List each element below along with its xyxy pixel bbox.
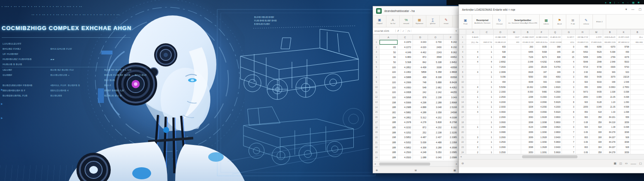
- cell[interactable]: [466, 80, 480, 85]
- cell[interactable]: 3.9800: [548, 115, 562, 120]
- cell[interactable]: [507, 69, 521, 75]
- row-number[interactable]: 2: [374, 45, 380, 50]
- cell[interactable]: 4.5882: [398, 110, 413, 115]
- cell[interactable]: [507, 84, 521, 90]
- cell[interactable]: 2.2358: [443, 140, 459, 145]
- row-number[interactable]: 21: [374, 140, 380, 145]
- cell[interactable]: 068: [548, 45, 562, 50]
- row-number[interactable]: 7: [374, 70, 380, 75]
- cell[interactable]: 908: [617, 145, 631, 150]
- cell[interactable]: 5473: [576, 90, 589, 95]
- cell[interactable]: 872: [413, 125, 428, 130]
- cell[interactable]: 4.098: [617, 95, 631, 100]
- cell[interactable]: 8.338: [428, 75, 444, 80]
- column-header[interactable]: K: [617, 30, 631, 35]
- cell[interactable]: 5629: [589, 50, 603, 55]
- cell[interactable]: 8: [562, 100, 576, 105]
- cell[interactable]: 4.288: [413, 110, 428, 115]
- row-number[interactable]: 23: [459, 145, 466, 150]
- cell[interactable]: [631, 105, 644, 110]
- cancel-icon[interactable]: ✗: [396, 29, 401, 32]
- cell[interactable]: 3098: [521, 145, 535, 150]
- cell[interactable]: 2.3235: [443, 130, 459, 135]
- cell[interactable]: 4.487: [413, 135, 428, 140]
- cell[interactable]: 2.8968: [443, 100, 459, 105]
- cell[interactable]: 3.2500: [493, 140, 507, 145]
- cell[interactable]: [507, 60, 521, 65]
- cell[interactable]: 5.9600: [548, 150, 562, 154]
- cell[interactable]: 548: [413, 85, 428, 90]
- cell[interactable]: 903: [576, 100, 589, 105]
- column-header[interactable]: M: [589, 30, 603, 35]
- cell[interactable]: 5.5090: [493, 84, 507, 90]
- cell[interactable]: 1: [480, 75, 493, 80]
- cell[interactable]: EB-H89-155N: [603, 39, 617, 45]
- row-number[interactable]: 11: [374, 90, 380, 95]
- cell[interactable]: 308: [589, 135, 603, 140]
- left-h-scrollbar[interactable]: ◂ ▸: [373, 161, 459, 166]
- cell[interactable]: 1.3098: [535, 120, 548, 125]
- column-header[interactable]: A: [466, 30, 480, 35]
- cell[interactable]: 5439: [589, 75, 603, 80]
- cell[interactable]: [507, 50, 521, 55]
- cell[interactable]: 100: [380, 85, 398, 90]
- cell[interactable]: 1.20: [603, 100, 617, 105]
- cell[interactable]: [466, 130, 480, 135]
- cell[interactable]: [507, 80, 521, 85]
- cell[interactable]: 1: [466, 95, 480, 100]
- cell[interactable]: 893: [576, 75, 589, 80]
- cell[interactable]: 7: [562, 120, 576, 125]
- cell[interactable]: 3098: [617, 130, 631, 135]
- cell[interactable]: 188: [380, 155, 398, 160]
- cell[interactable]: 4.0950: [398, 85, 413, 90]
- cell[interactable]: 5.312: [413, 115, 428, 120]
- cell[interactable]: [631, 90, 644, 95]
- cell[interactable]: 5.9020: [548, 110, 562, 115]
- cell[interactable]: 949: [603, 69, 617, 75]
- row-number[interactable]: 17: [374, 120, 380, 125]
- cell[interactable]: 6058: [521, 110, 535, 115]
- row-number[interactable]: 22: [374, 145, 380, 150]
- cell[interactable]: 4.0990: [535, 100, 548, 105]
- cell[interactable]: 3099: [521, 130, 535, 135]
- cell[interactable]: 508: [493, 50, 507, 55]
- row-number[interactable]: 24: [374, 155, 380, 160]
- cell[interactable]: 2.437: [428, 135, 444, 140]
- cell[interactable]: 3098: [521, 120, 535, 125]
- cell[interactable]: 4.2090: [535, 105, 548, 110]
- taskbar-icon[interactable]: ■: [610, 1, 611, 4]
- cell[interactable]: 3.0900: [493, 120, 507, 125]
- column-header[interactable]: B: [631, 30, 644, 35]
- scroll-left-icon[interactable]: ◂: [374, 162, 376, 166]
- cell[interactable]: 4.232: [428, 125, 444, 130]
- right-h-scrollbar[interactable]: ◂: [459, 154, 644, 159]
- column-header[interactable]: O: [428, 35, 444, 40]
- cell[interactable]: 5.338: [428, 60, 444, 65]
- cell[interactable]: 263: [521, 45, 535, 50]
- cell[interactable]: 3099: [521, 135, 535, 140]
- cell[interactable]: 1: [480, 120, 493, 125]
- cell[interactable]: 4.2272: [398, 45, 413, 50]
- cell[interactable]: 5.9800: [548, 140, 562, 145]
- cell[interactable]: 358: [589, 150, 603, 154]
- page-break-icon[interactable]: ▭: [625, 162, 628, 165]
- row-number[interactable]: 15: [459, 105, 466, 110]
- cell[interactable]: 2.8452: [443, 60, 459, 65]
- cell[interactable]: 0.700: [428, 40, 444, 45]
- minimize-icon[interactable]: —: [631, 8, 634, 11]
- cell[interactable]: 4.5052: [398, 140, 413, 145]
- cell[interactable]: 2: [466, 140, 480, 145]
- cell[interactable]: [631, 150, 644, 154]
- ribbon-group-clipboard[interactable]: ▣ Clipael: [373, 15, 386, 27]
- cell[interactable]: 3: [562, 69, 576, 75]
- cell[interactable]: 0.06: [576, 130, 589, 135]
- view-toggle-icon[interactable]: ▦: [453, 169, 456, 172]
- cell[interactable]: 1: [480, 95, 493, 100]
- cell[interactable]: 29109: [535, 65, 548, 70]
- cell[interactable]: 2: [466, 150, 480, 154]
- cell[interactable]: 2.1900: [493, 90, 507, 95]
- cell[interactable]: 2059: [576, 105, 589, 110]
- cell[interactable]: 1: [480, 69, 493, 75]
- scrollbar-thumb[interactable]: [522, 155, 578, 158]
- cell[interactable]: 2.948: [603, 60, 617, 65]
